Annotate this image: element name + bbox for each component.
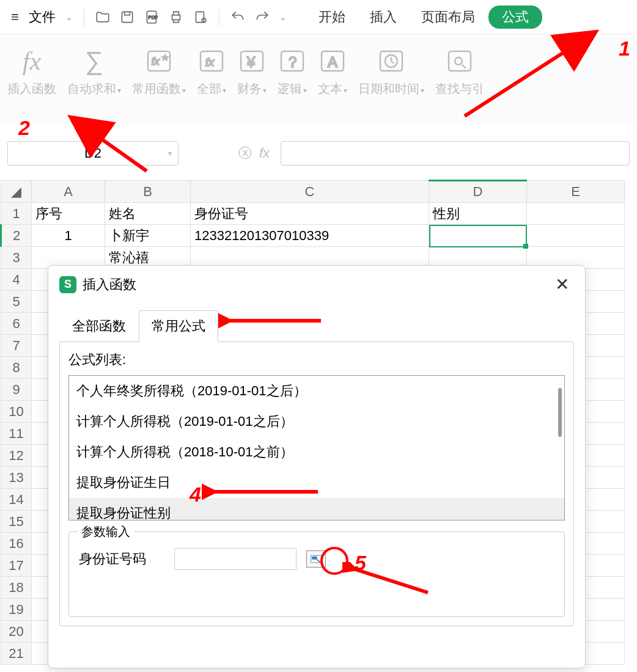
ribbon-logic[interactable]: ? 逻辑▾ [278, 46, 307, 97]
param-group: 参数输入 身份证号码 [68, 531, 565, 617]
preview-icon[interactable] [190, 6, 212, 28]
row-header[interactable]: 10 [1, 401, 32, 423]
col-header-d[interactable]: D [429, 181, 527, 203]
chevron-down-icon[interactable]: ▾ [168, 149, 172, 158]
save-icon[interactable] [116, 6, 138, 28]
svg-text:A: A [328, 54, 337, 70]
svg-rect-3 [172, 15, 180, 20]
list-item[interactable]: 个人年终奖所得税（2019-01-01之后） [69, 376, 564, 406]
pdf-icon[interactable]: PDF [141, 6, 163, 28]
list-item-selected[interactable]: 提取身份证性别 [69, 498, 564, 520]
dialog-tabs: 全部函数 常用公式 [59, 310, 574, 342]
row-header[interactable]: 2 [1, 225, 32, 247]
cell[interactable]: 123321201307010339 [191, 225, 429, 247]
fx-icon[interactable]: fx [259, 145, 270, 161]
annotation-2: 2 [18, 116, 30, 140]
tab-start[interactable]: 开始 [307, 4, 356, 30]
cell[interactable] [527, 225, 625, 247]
cell[interactable] [527, 203, 625, 225]
ribbon-label: 查找与引 [435, 82, 484, 95]
row-header[interactable]: 4 [1, 269, 32, 291]
cell[interactable]: 性别 [429, 203, 527, 225]
ribbon-text[interactable]: A 文本▾ [318, 46, 347, 97]
row-header[interactable]: 7 [1, 335, 32, 357]
redo-icon[interactable] [251, 6, 273, 28]
ribbon-autosum[interactable]: ∑ 自动求和▾ [67, 46, 121, 97]
list-item[interactable]: 提取身份证生日 [69, 467, 564, 498]
ribbon-insert-function[interactable]: fx 插入函数 [7, 46, 56, 97]
row-header[interactable]: 15 [1, 511, 32, 533]
table-row: 2 1 卜新宇 123321201307010339 [1, 225, 625, 247]
row-header[interactable]: 13 [1, 467, 32, 489]
cell[interactable]: 卜新宇 [105, 225, 191, 247]
row-header[interactable]: 21 [1, 643, 32, 665]
scrollbar[interactable] [558, 388, 562, 437]
svg-rect-4 [196, 12, 204, 22]
dialog-title: 插入函数 [83, 276, 544, 294]
row-header[interactable]: 6 [1, 313, 32, 335]
ribbon-all[interactable]: fx 全部▾ [197, 46, 226, 97]
ribbon-lookup[interactable]: 查找与引 [435, 46, 484, 97]
row-header[interactable]: 11 [1, 423, 32, 445]
ribbon-datetime[interactable]: 日期和时间▾ [358, 46, 424, 97]
svg-rect-18 [449, 51, 471, 71]
ribbon-label: 文本 [318, 82, 342, 95]
fill-handle[interactable] [523, 244, 528, 249]
tab-all-functions[interactable]: 全部函数 [59, 310, 139, 342]
tab-formula[interactable]: 公式 [488, 5, 542, 29]
print-icon[interactable] [165, 6, 187, 28]
list-item[interactable]: 计算个人所得税（2018-10-01之前） [69, 437, 564, 467]
chevron-down-icon[interactable]: ⌄ [276, 12, 290, 22]
row-header[interactable]: 5 [1, 291, 32, 313]
fx-icon: fx [23, 46, 41, 76]
tab-layout[interactable]: 页面布局 [410, 4, 486, 30]
tab-insert[interactable]: 插入 [359, 4, 408, 30]
hamburger-icon[interactable]: ≡ [7, 9, 23, 25]
svg-text:fx: fx [152, 56, 160, 67]
cell[interactable]: 序号 [32, 203, 105, 225]
row-header[interactable]: 17 [1, 555, 32, 577]
yen-icon: ¥ [237, 46, 267, 76]
param-label: 身份证号码 [79, 550, 164, 568]
col-header-e[interactable]: E [527, 181, 625, 203]
formula-bar[interactable] [281, 141, 630, 166]
row-header[interactable]: 9 [1, 379, 32, 401]
list-item[interactable]: 计算个人所得税（2019-01-01之后） [69, 406, 564, 437]
selection-outline [429, 225, 527, 247]
cell[interactable]: 姓名 [105, 203, 191, 225]
undo-icon[interactable] [227, 6, 249, 28]
close-button[interactable]: ✕ [550, 274, 574, 294]
row-header[interactable]: 16 [1, 533, 32, 555]
insert-function-dialog: S 插入函数 ✕ 全部函数 常用公式 公式列表: 个人年终奖所得税（2019-0… [48, 265, 586, 668]
param-input[interactable] [174, 548, 296, 570]
tab-common-formulas[interactable]: 常用公式 [139, 310, 218, 342]
name-box[interactable]: D2 ▾ [7, 141, 179, 166]
ribbon-common[interactable]: fx 常用函数▾ [132, 46, 186, 97]
row-header[interactable]: 12 [1, 445, 32, 467]
row-header[interactable]: 1 [1, 203, 32, 225]
cancel-fx-icon[interactable]: ⓧ [238, 144, 252, 163]
select-all-corner[interactable]: ◢ [1, 181, 32, 203]
fx-box-icon: fx [197, 46, 226, 76]
row-header[interactable]: 3 [1, 247, 32, 269]
ribbon-finance[interactable]: ¥ 财务▾ [237, 46, 267, 97]
ribbon-label: 逻辑 [278, 82, 302, 95]
col-header-a[interactable]: A [32, 181, 105, 203]
question-icon: ? [278, 46, 307, 76]
star-fx-icon: fx [144, 46, 174, 76]
cell[interactable]: 1 [32, 225, 105, 247]
chevron-down-icon[interactable]: ⌄ [62, 12, 76, 22]
col-header-b[interactable]: B [105, 181, 191, 203]
row-header[interactable]: 8 [1, 357, 32, 379]
file-menu[interactable]: 文件 [25, 8, 59, 26]
row-header[interactable]: 20 [1, 621, 32, 643]
row-header[interactable]: 18 [1, 577, 32, 599]
svg-point-19 [455, 57, 462, 65]
ribbon-label: 财务 [237, 82, 262, 95]
col-header-c[interactable]: C [191, 181, 429, 203]
row-header[interactable]: 14 [1, 489, 32, 511]
open-icon[interactable] [92, 6, 114, 28]
row-header[interactable]: 19 [1, 599, 32, 621]
ribbon-label: 全部 [197, 82, 221, 95]
cell[interactable]: 身份证号 [191, 203, 429, 225]
